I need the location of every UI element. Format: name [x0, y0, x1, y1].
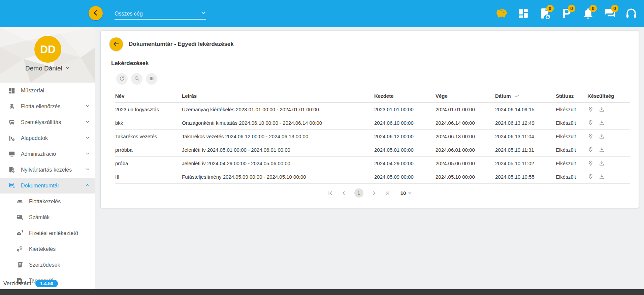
download-icon[interactable]: [599, 106, 605, 113]
table-row[interactable]: III Futásteljesítmény 2024.05.09 00:00 -…: [115, 170, 630, 184]
cell-status: Elkészült: [556, 147, 587, 153]
topbar-icon-group: 0 P 0 0 0: [494, 0, 639, 27]
column-header-kezdete[interactable]: Kezdete: [374, 93, 436, 99]
sidebar-subitem-kiertekeles[interactable]: Kiértékelés: [0, 241, 95, 257]
cell-end: 2024.05.06 00:00: [436, 160, 495, 166]
download-icon[interactable]: [599, 133, 605, 140]
cell-start: 2024.06.12 00:00: [374, 134, 436, 139]
map-pin-icon[interactable]: [587, 160, 594, 167]
page-size-selector[interactable]: 10: [400, 190, 412, 196]
profile-section: DD Demo Dániel: [0, 27, 95, 83]
cell-name: 2023 üa fogyasztás: [115, 107, 182, 112]
piggy-bank-icon[interactable]: [494, 5, 510, 22]
cell-description: Jelenléti ív 2024.05.01 00:00 - 2024.06.…: [182, 147, 374, 153]
bus-icon: [8, 119, 15, 126]
column-header-nev[interactable]: Név: [115, 93, 182, 99]
chevron-down-icon: [85, 151, 90, 157]
cell-description: Futásteljesítmény 2024.05.09 00:00 - 202…: [182, 174, 374, 180]
invoice-card-icon: $: [16, 214, 24, 221]
map-pin-icon[interactable]: [587, 106, 594, 113]
cell-end: 2024.06.13 00:00: [436, 134, 495, 139]
search-button[interactable]: [131, 73, 142, 85]
user-menu[interactable]: Demo Dániel: [0, 65, 95, 72]
next-page-button[interactable]: [371, 190, 377, 196]
dashboard-grid-icon[interactable]: [515, 5, 532, 22]
table-row[interactable]: prróbba Jelenléti ív 2024.05.01 00:00 - …: [115, 143, 630, 157]
refresh-button[interactable]: [116, 73, 128, 85]
chevron-down-icon: [408, 190, 412, 196]
table-toolbar: [116, 73, 639, 85]
cell-status: Elkészült: [556, 120, 587, 126]
parking-badge: 0: [568, 5, 575, 12]
arrow-left-icon: [112, 40, 120, 49]
sidebar-item-dokumentumtar[interactable]: Dokumentumtár: [0, 178, 95, 194]
main-content: Dokumentumtár - Egyedi lekérdezések Leké…: [95, 27, 644, 289]
chevron-down-icon: [201, 10, 206, 17]
notifications-badge: 0: [589, 5, 597, 12]
cell-status: Elkészült: [556, 134, 587, 139]
sidebar-nav: Műszerfal Flotta ellenőrzés Személyszáll…: [0, 83, 95, 289]
page-number[interactable]: 1: [354, 188, 363, 198]
document-history-badge: 0: [546, 5, 554, 12]
support-headset-icon[interactable]: [623, 5, 639, 22]
sidebar-subitem-fizetesi-emlekezteto[interactable]: $ Fizetési emlékeztető: [0, 225, 95, 241]
column-header-leiras[interactable]: Leírás: [182, 93, 374, 99]
chevron-left-icon: [92, 9, 99, 17]
back-button[interactable]: [109, 37, 123, 51]
cell-status: Elkészült: [556, 160, 587, 166]
card-header: Dokumentumtár - Egyedi lekérdezések: [101, 31, 639, 51]
sidebar-item-nyilvantartas-kezeles[interactable]: Nyilvántartás kezelés: [0, 162, 95, 178]
download-icon[interactable]: [599, 160, 605, 167]
cell-date: 2024.06.13 12:49: [495, 120, 556, 126]
table-row[interactable]: próba Jelenléti ív 2024.04.29 00:00 - 20…: [115, 157, 630, 170]
company-selector[interactable]: Összes cég: [115, 8, 206, 20]
cell-actions: [587, 160, 630, 167]
map-pin-icon[interactable]: [587, 120, 594, 126]
sidebar-subitem-szerzodesek[interactable]: Szerződések: [0, 257, 95, 273]
cell-start: 2024.04.29 00:00: [374, 160, 436, 166]
cell-description: Üzemanyag kiértékelés 2023.01.01 00:00 -…: [182, 107, 374, 112]
first-page-button[interactable]: [327, 190, 333, 196]
column-header-datum[interactable]: Dátum: [495, 93, 556, 99]
download-icon[interactable]: [599, 174, 605, 180]
cell-end: 2024.05.10 00:00: [436, 174, 495, 180]
cell-actions: [587, 174, 630, 180]
sidebar-item-alapadatok[interactable]: Alapadatok: [0, 130, 95, 146]
cell-name: bkk: [115, 120, 182, 126]
table-row[interactable]: 2023 üa fogyasztás Üzemanyag kiértékelés…: [115, 103, 630, 116]
sidebar-item-adminisztracio[interactable]: Adminisztráció: [0, 146, 95, 162]
page-title: Dokumentumtár - Egyedi lekérdezések: [129, 41, 234, 48]
column-header-vege[interactable]: Vége: [436, 93, 495, 99]
cell-date: 2024.05.10 11:31: [495, 147, 556, 153]
topbar: Összes cég 0 P 0 0 0: [0, 0, 644, 27]
sidebar-item-flotta-ellenorzes[interactable]: Flotta ellenőrzés: [0, 98, 95, 114]
last-page-button[interactable]: [384, 190, 390, 196]
download-icon[interactable]: [599, 120, 605, 126]
table-row[interactable]: bkk Országonkénti kimutatás 2024.06.10 0…: [115, 116, 630, 130]
sidebar-subitem-szamlak[interactable]: $ Számlák: [0, 209, 95, 225]
cell-end: 2024.06.01 00:00: [436, 147, 495, 153]
previous-page-button[interactable]: [341, 190, 347, 196]
pagination: 1 10: [101, 188, 639, 198]
column-header-statusz[interactable]: Státusz: [556, 93, 587, 99]
columns-button[interactable]: [146, 73, 157, 85]
messages-icon[interactable]: 0: [602, 5, 618, 22]
document-history-icon[interactable]: 0: [537, 5, 553, 22]
chevron-down-icon: [85, 119, 90, 125]
map-pin-icon[interactable]: [587, 133, 594, 140]
sidebar-item-szemelyszallitas[interactable]: Személyszállítás: [0, 114, 95, 130]
sidebar-subitem-flottakezeles[interactable]: Flottakezelés: [0, 194, 95, 209]
section-title: Lekérdezések: [111, 60, 639, 67]
sidebar-item-muszerfal[interactable]: Műszerfal: [0, 83, 95, 98]
table-row[interactable]: Takarékos vezetés Takarékos vezetés 2024…: [115, 130, 630, 143]
parking-icon[interactable]: P 0: [558, 5, 575, 22]
version-row: Verziószám: 1.4.50: [3, 280, 58, 287]
notifications-bell-icon[interactable]: 0: [580, 5, 596, 22]
database-download-icon: [8, 182, 15, 189]
cell-description: Takarékos vezetés 2024.06.12 00:00 - 202…: [182, 134, 374, 139]
map-pin-icon[interactable]: [587, 147, 594, 153]
download-icon[interactable]: [599, 147, 605, 153]
sidebar-collapse-button[interactable]: [89, 6, 103, 20]
map-pin-icon[interactable]: [587, 174, 594, 180]
cell-start: 2024.06.10 00:00: [374, 120, 436, 126]
